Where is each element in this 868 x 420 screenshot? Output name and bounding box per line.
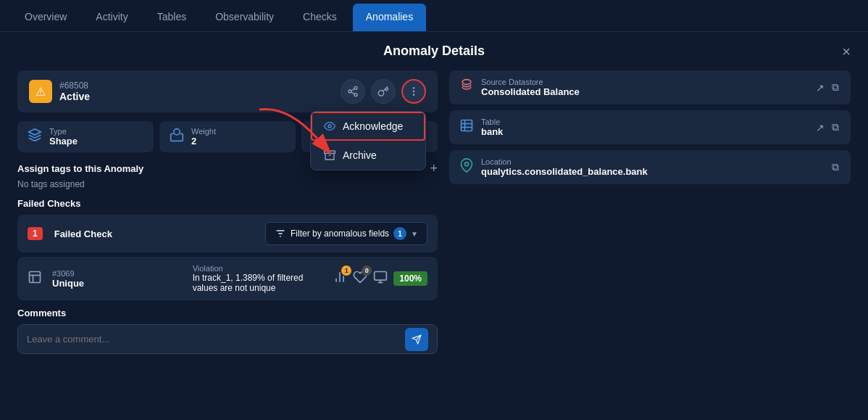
svg-rect-30 bbox=[462, 120, 472, 131]
location-icon bbox=[459, 158, 474, 176]
svg-point-34 bbox=[465, 162, 469, 166]
source-text: Source Datastore Consolidated Balance bbox=[481, 78, 580, 97]
source-link-button[interactable]: ↗ bbox=[814, 80, 826, 95]
percent-badge: 100% bbox=[393, 271, 427, 286]
svg-rect-9 bbox=[325, 151, 335, 153]
violation-label: Violation bbox=[193, 264, 323, 273]
left-column: ⚠ #68508 Active bbox=[17, 70, 438, 354]
anomaly-id-section: ⚠ #68508 Active bbox=[29, 80, 90, 103]
comment-input[interactable] bbox=[27, 325, 405, 353]
weight-info: Weight 2 bbox=[191, 127, 216, 147]
svg-point-5 bbox=[413, 87, 415, 89]
send-icon bbox=[412, 334, 422, 345]
failed-check-left: 1 Failed Check bbox=[28, 227, 112, 240]
more-button[interactable] bbox=[401, 79, 426, 104]
svg-rect-19 bbox=[30, 271, 41, 282]
close-button[interactable]: × bbox=[842, 44, 851, 60]
svg-line-3 bbox=[351, 92, 355, 94]
main-content: × Anomaly Details ⚠ #68508 Active bbox=[0, 32, 868, 366]
tab-activity[interactable]: Activity bbox=[83, 4, 141, 31]
source-copy-button[interactable]: ⧉ bbox=[830, 80, 840, 95]
check-number: #3069 bbox=[52, 269, 183, 278]
tab-checks[interactable]: Checks bbox=[290, 4, 350, 31]
svg-point-8 bbox=[328, 125, 331, 128]
source-value: Consolidated Balance bbox=[481, 86, 580, 97]
table-actions: ↗ ⧉ bbox=[814, 120, 840, 135]
table-sublabel: Table bbox=[481, 118, 503, 126]
filter-icon bbox=[275, 228, 286, 239]
check-info: #3069 Unique bbox=[52, 269, 183, 289]
key-button[interactable] bbox=[371, 79, 396, 104]
acknowledge-item[interactable]: Acknowledge bbox=[311, 112, 425, 141]
filter-button[interactable]: Filter by anomalous fields 1 ▼ bbox=[265, 222, 427, 245]
tab-bar: Overview Activity Tables Observability C… bbox=[0, 0, 868, 32]
send-button[interactable] bbox=[405, 328, 428, 351]
weight-card: Weight 2 bbox=[159, 121, 296, 152]
failed-checks-title: Failed Checks bbox=[17, 198, 438, 209]
tags-title: Assign tags to this Anomaly bbox=[17, 163, 143, 174]
location-left: Location qualytics.consolidated_balance.… bbox=[459, 157, 648, 177]
dropdown-menu: Acknowledge Archive bbox=[310, 111, 426, 170]
svg-point-1 bbox=[349, 90, 351, 93]
tab-overview[interactable]: Overview bbox=[12, 4, 80, 31]
svg-point-0 bbox=[354, 86, 357, 89]
tab-anomalies[interactable]: Anomalies bbox=[353, 4, 426, 31]
eye-icon bbox=[324, 120, 335, 132]
datastore-icon bbox=[459, 78, 474, 96]
filter-label: Filter by anomalous fields bbox=[291, 228, 389, 239]
violation-text: In track_1, 1.389% of filtered values ar… bbox=[193, 273, 323, 293]
check-actions: 1 0 100% bbox=[333, 270, 427, 287]
svg-point-6 bbox=[413, 91, 415, 93]
monitor-action bbox=[373, 270, 388, 287]
location-sublabel: Location bbox=[481, 157, 648, 166]
share-icon bbox=[347, 86, 359, 97]
source-actions: ↗ ⧉ bbox=[814, 80, 840, 95]
filter-chevron-icon: ▼ bbox=[411, 230, 418, 238]
source-sublabel: Source Datastore bbox=[481, 78, 580, 86]
more-icon bbox=[408, 86, 420, 97]
modal-title: Anomaly Details bbox=[17, 44, 851, 59]
type-info: Type Shape bbox=[49, 127, 78, 147]
type-icon bbox=[28, 128, 42, 146]
anomaly-id: #68508 bbox=[59, 81, 90, 91]
table-copy-button[interactable]: ⧉ bbox=[830, 120, 840, 135]
tab-observability[interactable]: Observability bbox=[202, 4, 287, 31]
monitor-icon bbox=[373, 270, 388, 284]
table-left: Table bank bbox=[459, 118, 503, 137]
anomaly-header: ⚠ #68508 Active bbox=[17, 70, 438, 112]
add-tag-button[interactable]: + bbox=[430, 161, 438, 176]
warning-icon: ⚠ bbox=[29, 80, 52, 103]
type-value: Shape bbox=[49, 136, 78, 147]
svg-line-4 bbox=[351, 88, 355, 91]
location-text: Location qualytics.consolidated_balance.… bbox=[481, 157, 648, 177]
acknowledge-label: Acknowledge bbox=[343, 120, 403, 132]
failed-check-bar: 1 Failed Check Filter by anomalous field… bbox=[17, 215, 438, 252]
weight-icon bbox=[170, 128, 184, 146]
heart-badge: 0 bbox=[362, 265, 372, 276]
anomaly-status: Active bbox=[59, 91, 90, 102]
tab-tables[interactable]: Tables bbox=[144, 4, 199, 31]
table-link-button[interactable]: ↗ bbox=[814, 120, 826, 135]
type-label: Type bbox=[49, 127, 78, 136]
table-icon bbox=[459, 118, 474, 136]
location-value: qualytics.consolidated_balance.bank bbox=[481, 166, 648, 177]
svg-point-7 bbox=[413, 94, 415, 96]
location-actions: ⧉ bbox=[830, 160, 840, 175]
location-copy-button[interactable]: ⧉ bbox=[830, 160, 840, 175]
share-button[interactable] bbox=[341, 79, 365, 104]
archive-icon bbox=[324, 149, 335, 161]
source-left: Source Datastore Consolidated Balance bbox=[459, 78, 580, 97]
comment-input-row bbox=[17, 324, 438, 354]
check-row: #3069 Unique Violation In track_1, 1.389… bbox=[17, 257, 438, 300]
archive-label: Archive bbox=[343, 149, 377, 161]
heart-action: 0 bbox=[353, 270, 367, 287]
table-text: Table bank bbox=[481, 118, 503, 137]
failed-check-label: Failed Check bbox=[54, 228, 112, 239]
table-item: Table bank ↗ ⧉ bbox=[449, 110, 851, 144]
source-datastore-item: Source Datastore Consolidated Balance ↗ … bbox=[449, 70, 851, 104]
archive-item[interactable]: Archive bbox=[311, 141, 425, 170]
weight-value: 2 bbox=[191, 136, 216, 147]
filter-count-badge: 1 bbox=[393, 227, 406, 240]
no-tags-text: No tags assigned bbox=[17, 179, 438, 189]
chart-badge: 1 bbox=[341, 265, 351, 276]
